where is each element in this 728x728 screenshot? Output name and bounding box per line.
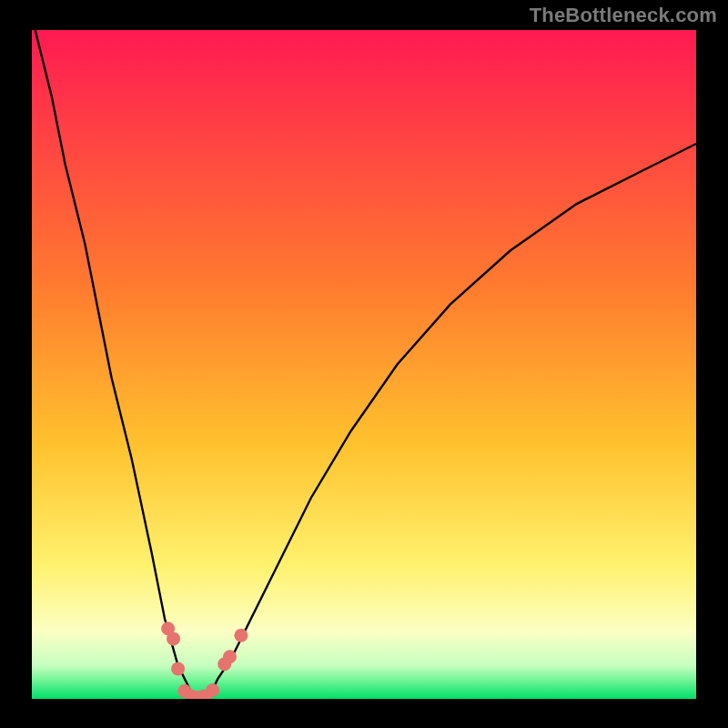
chart-stage: TheBottleneck.com [0, 0, 728, 728]
attribution-text: TheBottleneck.com [530, 4, 717, 27]
bottleneck-chart [0, 0, 728, 728]
data-point-marker [206, 683, 219, 697]
data-point-marker [223, 650, 237, 663]
data-point-marker [167, 632, 180, 645]
data-point-marker [234, 629, 248, 642]
data-point-marker [171, 662, 185, 675]
gradient-background [32, 30, 696, 699]
